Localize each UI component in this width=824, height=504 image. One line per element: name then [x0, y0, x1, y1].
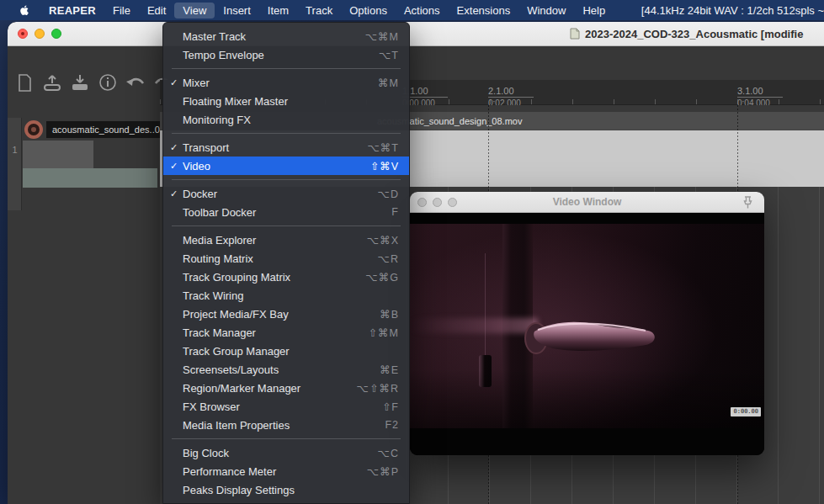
menu-item-shortcut: ⌥⌘X	[367, 234, 399, 247]
menu-item-shortcut: ⌥⌘M	[365, 30, 399, 43]
menubar-item-reaper[interactable]: REAPER	[40, 3, 104, 19]
menu-item-label: Transport	[183, 141, 367, 154]
record-arm-button[interactable]	[24, 120, 43, 139]
menu-separator	[172, 438, 401, 439]
menubar-item-view[interactable]: View	[174, 3, 215, 19]
menu-item-shortcut: ⌥⌘P	[367, 465, 399, 478]
menu-item-shortcut: ⌥⌘G	[365, 271, 399, 284]
menu-item-master-track[interactable]: Master Track⌥⌘M	[163, 27, 409, 45]
zoom-button[interactable]	[51, 29, 61, 39]
timecode-overlay: 0:00.00	[731, 407, 761, 416]
menu-item-routing-matrix[interactable]: Routing Matrix⌥R	[163, 249, 409, 268]
menu-separator	[172, 68, 401, 69]
menu-item-track-manager[interactable]: Track Manager⇧⌘M	[163, 323, 409, 342]
ruler-label: 3.1.000:04.000	[737, 82, 783, 108]
menu-item-floating-mixer-master[interactable]: Floating Mixer Master	[163, 92, 409, 110]
menubar-item-help[interactable]: Help	[574, 3, 614, 19]
video-frame: 0:00.00	[410, 224, 764, 428]
menu-item-label: Performance Meter	[183, 465, 367, 478]
menu-item-shortcut: ⇧F	[382, 401, 399, 413]
menu-item-label: FX Browser	[183, 401, 382, 413]
menu-item-label: Master Track	[183, 30, 365, 43]
video-window[interactable]: Video Window	[410, 192, 764, 455]
pin-icon[interactable]	[742, 195, 754, 213]
checkmark-icon: ✓	[170, 77, 183, 88]
menu-item-monitoring-fx[interactable]: Monitoring FX	[163, 110, 409, 129]
menu-item-docker[interactable]: ✓Docker⌥D	[163, 184, 409, 203]
track-controls-panel[interactable]	[23, 141, 93, 168]
menu-item-tempo-envelope[interactable]: Tempo Envelope⌥T	[163, 45, 409, 64]
menu-item-shortcut: F2	[385, 419, 399, 431]
menu-item-region-marker-manager[interactable]: Region/Marker Manager⌥⇧⌘R	[163, 379, 409, 397]
track-number: 1	[8, 145, 22, 155]
window-titlebar[interactable]: 2023-2024_COD-323_Acousmatic [modifie	[8, 22, 824, 46]
menu-item-transport[interactable]: ✓Transport⌥⌘T	[163, 138, 409, 157]
minimize-button[interactable]	[35, 29, 45, 39]
menu-item-label: Project Media/FX Bay	[183, 308, 380, 321]
checkmark-icon: ✓	[170, 161, 183, 172]
menu-separator	[172, 179, 401, 180]
track-number-strip: 1	[8, 118, 22, 210]
menu-item-label: Monitoring FX	[183, 114, 399, 126]
menu-item-big-clock[interactable]: Big Clock⌥C	[163, 443, 409, 462]
new-project-icon[interactable]	[14, 72, 35, 93]
menu-item-media-explorer[interactable]: Media Explorer⌥⌘X	[163, 231, 409, 249]
menubar-item-window[interactable]: Window	[518, 3, 574, 19]
menu-item-label: Screensets/Layouts	[183, 363, 380, 376]
track-meter-panel[interactable]	[23, 168, 157, 188]
menu-item-label: Track Wiring	[183, 289, 399, 302]
menu-item-label: Media Item Properties	[183, 419, 385, 432]
menu-item-label: Track Grouping Matrix	[183, 271, 365, 284]
window-title: 2023-2024_COD-323_Acousmatic [modifie	[570, 22, 824, 45]
open-project-icon[interactable]	[42, 72, 62, 93]
menu-item-media-item-properties[interactable]: Media Item PropertiesF2	[163, 416, 409, 434]
menu-item-fx-browser[interactable]: FX Browser⇧F	[163, 397, 409, 416]
menu-item-shortcut: ⌥⌘T	[367, 141, 399, 154]
menu-item-toolbar-docker[interactable]: Toolbar DockerF	[163, 203, 409, 221]
menu-item-video[interactable]: ✓Video⇧⌘V	[163, 157, 409, 175]
menubar-item-track[interactable]: Track	[297, 3, 341, 19]
menu-item-shortcut: ⌥R	[378, 252, 399, 265]
menubar-item-item[interactable]: Item	[259, 3, 297, 19]
menu-item-label: Big Clock	[183, 447, 378, 459]
door-handle	[518, 306, 673, 365]
menu-item-shortcut: F	[391, 206, 399, 218]
menu-item-shortcut: ⌥⇧⌘R	[357, 382, 399, 395]
menu-item-label: Peaks Display Settings	[183, 484, 399, 496]
menu-item-shortcut: ⌘M	[378, 77, 399, 89]
menubar-item-options[interactable]: Options	[341, 3, 396, 19]
menu-item-label: Floating Mixer Master	[183, 95, 399, 108]
menu-item-label: Tempo Envelope	[183, 49, 379, 61]
menu-item-screensets-layouts[interactable]: Screensets/Layouts⌘E	[163, 360, 409, 379]
menu-item-label: Routing Matrix	[183, 252, 378, 265]
menubar-item-edit[interactable]: Edit	[139, 3, 174, 19]
menu-item-performance-meter[interactable]: Performance Meter⌥⌘P	[163, 462, 409, 480]
track-name[interactable]: acousmatic_sound_des..0	[46, 121, 161, 138]
menu-item-label: Track Manager	[183, 326, 369, 339]
save-project-icon[interactable]	[70, 72, 90, 93]
menu-item-mixer[interactable]: ✓Mixer⌘M	[163, 73, 409, 92]
traffic-lights	[18, 29, 61, 39]
menubar-item-extensions[interactable]: Extensions	[449, 3, 519, 19]
menu-item-label: Video	[183, 160, 370, 172]
checkmark-icon: ✓	[170, 188, 183, 199]
menu-item-track-wiring[interactable]: Track Wiring	[163, 286, 409, 305]
close-button[interactable]	[18, 29, 28, 39]
menubar-item-insert[interactable]: Insert	[215, 3, 259, 19]
menu-item-track-group-manager[interactable]: Track Group Manager	[163, 342, 409, 360]
video-window-titlebar[interactable]: Video Window	[410, 192, 764, 213]
undo-icon[interactable]	[125, 72, 146, 93]
macos-menubar: REAPERFileEditViewInsertItemTrackOptions…	[0, 0, 824, 20]
apple-menu-icon[interactable]	[8, 3, 40, 17]
menu-item-project-media-fx-bay[interactable]: Project Media/FX Bay⌘B	[163, 305, 409, 323]
menu-item-shortcut: ⌘B	[380, 308, 399, 321]
video-display: 0:00.00	[410, 213, 764, 455]
menu-item-peaks-display-settings[interactable]: Peaks Display Settings	[163, 480, 409, 499]
menubar-item-file[interactable]: File	[104, 3, 139, 19]
menu-item-label: Toolbar Docker	[183, 206, 391, 219]
menubar-item-actions[interactable]: Actions	[396, 3, 449, 19]
project-info-icon[interactable]	[98, 72, 118, 93]
menu-item-navigator[interactable]: Navigator	[163, 499, 409, 504]
audio-format-status: [44.1kHz 24bit WAV : 1/2ch 512spls ~	[641, 4, 824, 17]
menu-item-track-grouping-matrix[interactable]: Track Grouping Matrix⌥⌘G	[163, 268, 409, 286]
